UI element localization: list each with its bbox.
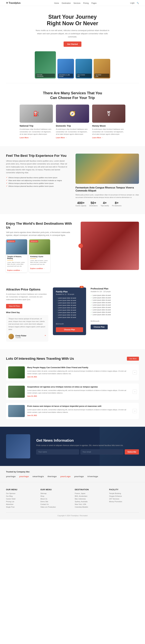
service-domestic-learn-more[interactable]: Learn More → [56, 137, 89, 138]
brand-name: Travelplus [9, 2, 21, 4]
destinations-section: Enjoy The World's Best Destinations With… [0, 214, 145, 280]
service-national-title: National Trip [20, 124, 53, 127]
nav-home[interactable]: Home [54, 2, 59, 4]
pro-feature-8: Lorem ipsum dolor sit amet [91, 314, 133, 316]
nav-services[interactable]: Services [74, 2, 80, 4]
family-feature-6: Lorem ipsum dolor sit amet [56, 312, 83, 314]
newsletter-subscribe-button[interactable]: Subscribe [125, 449, 139, 454]
footer-col-1-title: OUR MENU [41, 488, 70, 491]
logo-5: yourlogo [74, 475, 84, 478]
family-feature-5: Lorem ipsum dolor sit amet [56, 309, 83, 311]
footer-link-3-0[interactable]: Temple Booking [109, 492, 139, 494]
footer-link-1-4[interactable]: Contact Us [41, 503, 70, 505]
footer: OUR MENU Our Sponsor Our Blog Career Hot… [0, 482, 145, 520]
stat-bedrooms-label: Pro bedrooms [112, 205, 121, 206]
service-honeymoon-learn-more[interactable]: Learn More → [92, 137, 125, 138]
news-arrow-1[interactable]: → [133, 390, 137, 394]
destinations-title: Enjoy The World's Best Destinations With… [6, 222, 76, 230]
nav-destination[interactable]: Destination [62, 2, 71, 4]
see-more-news-button[interactable]: See More [127, 357, 139, 361]
pricing-desc: A scelerisque vitae tincidunt habitasse … [6, 293, 48, 301]
login-link[interactable]: Login [130, 2, 134, 4]
experience-section: Feel The Best Trip Experience For You Ul… [0, 146, 145, 214]
view-all-prices-button[interactable]: View All Price [6, 304, 22, 308]
author-name: Cindy Fisher [16, 335, 27, 337]
destinations-cards: $49/person Temple of Heaven, Beijing ★★★… [6, 239, 76, 272]
footer-link-0-1[interactable]: Our Blog [6, 495, 36, 497]
service-domestic-title: Domestic Trip [56, 124, 89, 127]
destinations-inner: Enjoy The World's Best Destinations With… [6, 222, 139, 272]
hero-cta-button[interactable]: Get Started [64, 42, 81, 47]
logo-2: smartlogix [33, 475, 44, 478]
hero-image-3: Taj Mahal India [94, 59, 110, 78]
logo-3: thertogo [48, 475, 57, 478]
nav-pages[interactable]: Pages [91, 2, 96, 4]
footer-link-3-2[interactable]: 24/7 Services [109, 498, 139, 500]
experience-right-title: Fermentum Ante Congue Rhoncus Tempus Viv… [76, 186, 139, 192]
dest-price-beijing: $49/person [7, 240, 15, 242]
footer-link-2-5[interactable]: Colombia Medelin [75, 506, 105, 508]
family-plan-price: $62/month [56, 321, 83, 326]
news-content-0: Many People Happy Can Connected With Cle… [27, 366, 130, 378]
pro-plan-price: $120/month [91, 318, 133, 323]
dest-price-kyoto: $99/person [30, 240, 38, 242]
footer-link-2-2[interactable]: Bali, Indonesia [75, 498, 105, 500]
footer-link-0-5[interactable]: Single Post [6, 506, 36, 508]
stat-destinations-value: 50+ [89, 201, 98, 205]
pricing-left: Attractive Price Options A scelerisque v… [6, 288, 48, 342]
footer-link-3-3[interactable]: Money Promotion [109, 501, 139, 502]
plan-badge: ⭐ [80, 286, 84, 288]
footer-col-0: OUR MENU Our Sponsor Our Blog Career Hot… [6, 488, 36, 509]
experience-title: Feel The Best Trip Experience For You [6, 154, 69, 158]
footer-link-1-0[interactable]: Sitemap [41, 492, 70, 494]
hero-title: Start Your Journey Right Now Or Never [6, 14, 139, 26]
experience-features: Ultrices tempus placerat faucibus viverr… [6, 176, 69, 187]
search-icon[interactable]: 🔍 [137, 2, 139, 4]
newsletter-title: Get News Information [36, 438, 139, 442]
footer-link-0-3[interactable]: Pricing List [6, 501, 36, 502]
footer-link-1-2[interactable]: About Us [41, 498, 70, 500]
footer-link-1-1[interactable]: Shop [41, 495, 70, 497]
family-feature-0: Lorem ipsum dolor sit amet [56, 297, 83, 299]
explore-kyoto[interactable]: Explore condition → [30, 268, 49, 269]
stat-bedrooms: 8+ Pro bedrooms [112, 201, 121, 206]
explore-beijing[interactable]: Explore condition → [7, 270, 26, 271]
service-card-national: ⛽ National Trip A scelerisque vitae tinc… [20, 104, 53, 138]
destinations-left: Enjoy The World's Best Destinations With… [6, 222, 76, 272]
footer-grid: OUR MENU Our Sponsor Our Blog Career Hot… [6, 488, 139, 509]
logo-1: yourlogo [19, 475, 29, 478]
author-role: Traveler [16, 337, 27, 338]
footer-link-2-0[interactable]: France, Japan [75, 492, 105, 494]
footer-link-2-3[interactable]: Sydney, Australia [75, 501, 105, 502]
newsletter-name-input[interactable] [36, 449, 79, 454]
footer-link-2-1[interactable]: BKK, Amsterdam [75, 495, 105, 497]
footer-link-0-4[interactable]: Advertiser [6, 503, 36, 505]
news-image-0 [8, 366, 25, 378]
footer-link-1-5[interactable]: Video om Production [41, 506, 70, 508]
footer-link-0-0[interactable]: Our Sponsor [6, 492, 36, 494]
footer-col-3-title: FACILITY [109, 488, 139, 491]
services-title: There Are Many Services That YouCan Choo… [6, 91, 139, 100]
nav-pricing[interactable]: Pricing [83, 2, 89, 4]
family-plan-cta-button[interactable]: Choose Plan [56, 327, 83, 332]
pro-plan-cta-button[interactable]: Choose Plan [91, 324, 108, 330]
destinations-main-image: ← [81, 222, 139, 270]
footer-link-0-2[interactable]: Career Hotel [6, 498, 36, 500]
newsletter-email-input[interactable] [80, 449, 123, 454]
destinations-prev-button[interactable]: ← [78, 244, 83, 248]
destination-card-kyoto: $99/person Kinkakuji, Kyoto ★★★★★ Lorem,… [29, 239, 50, 272]
pro-feature-2: Lorem ipsum dolor sit amet [91, 299, 133, 301]
footer-link-3-1[interactable]: Oxygen Enhance [109, 495, 139, 497]
footer-link-1-3[interactable]: Demo Site [41, 501, 70, 502]
news-arrow-0[interactable]: → [133, 370, 137, 374]
service-national-learn-more[interactable]: Learn More → [20, 137, 53, 138]
pro-feature-0: Lorem ipsum dolor sit amet [91, 294, 133, 296]
dest-img-beijing: $49/person [6, 239, 27, 254]
pricing-center: ⭐ Family Plan Available for 12 - 50 peop… [53, 288, 86, 335]
newsletter-image [6, 434, 30, 458]
brand-logo[interactable]: ✈ Travelplus [6, 2, 21, 4]
footer-link-2-4[interactable]: New York, USA [75, 503, 105, 505]
hero-image-2-label: City's Corner Italy [76, 74, 91, 78]
news-arrow-2[interactable]: → [133, 409, 137, 413]
hero-images: Waterfalls Greenlands Mountains & Lake E… [6, 51, 139, 78]
